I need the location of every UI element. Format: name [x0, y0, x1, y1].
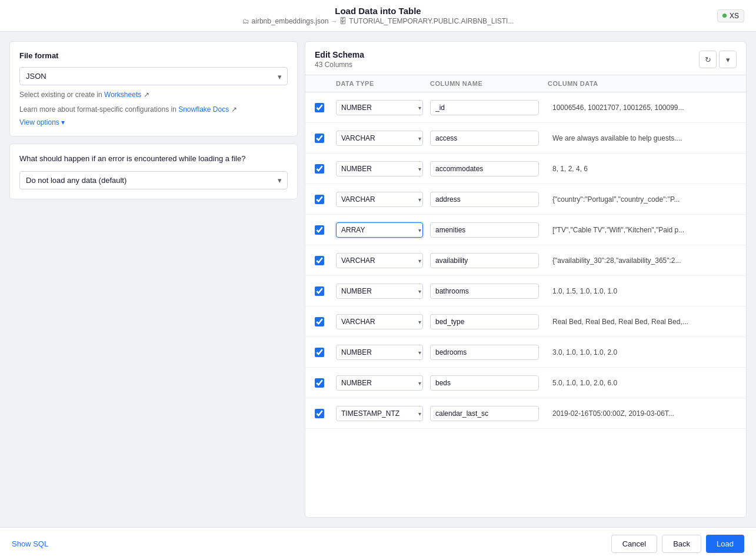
table-row: NUMBERVARCHARARRAYTIMESTAMP_NTZBOOLEANFL… — [305, 154, 746, 184]
column-name-header: COLUMN NAME — [430, 80, 548, 87]
snowflake-docs-helper: Learn more about format-specific configu… — [19, 105, 288, 115]
chevron-down-icon: ▾ — [61, 118, 65, 126]
checkbox-cell — [315, 348, 336, 357]
db-icon: 🗄 — [339, 17, 347, 25]
column-name-input[interactable] — [430, 406, 539, 421]
schema-header-info: Edit Schema 43 Columns — [315, 50, 364, 69]
back-button[interactable]: Back — [662, 535, 701, 553]
column-data: 8, 1, 2, 4, 6 — [548, 165, 737, 173]
column-data-header: COLUMN DATA — [548, 80, 737, 87]
column-data: We are always available to help guests..… — [548, 134, 737, 142]
column-name-input[interactable] — [430, 131, 539, 146]
column-name-input[interactable] — [430, 284, 539, 299]
header-subtitle: 🗂 airbnb_embeddings.json → 🗄 TUTORIAL_TE… — [242, 17, 514, 25]
type-select-wrapper: NUMBERVARCHARARRAYTIMESTAMP_NTZBOOLEANFL… — [336, 406, 425, 421]
row-checkbox[interactable] — [315, 256, 324, 265]
status-dot — [722, 14, 727, 18]
view-options-button[interactable]: View options ▾ — [19, 118, 65, 126]
type-select[interactable]: NUMBERVARCHARARRAYTIMESTAMP_NTZBOOLEANFL… — [336, 222, 423, 238]
type-select[interactable]: NUMBERVARCHARARRAYTIMESTAMP_NTZBOOLEANFL… — [336, 284, 423, 299]
checkbox-cell — [315, 409, 336, 418]
cancel-button[interactable]: Cancel — [611, 535, 657, 553]
checkbox-cell — [315, 256, 336, 265]
type-select[interactable]: NUMBERVARCHARARRAYTIMESTAMP_NTZBOOLEANFL… — [336, 253, 423, 268]
column-data: 5.0, 1.0, 1.0, 2.0, 6.0 — [548, 379, 737, 387]
type-select-wrapper: NUMBERVARCHARARRAYTIMESTAMP_NTZBOOLEANFL… — [336, 314, 425, 329]
table-row: NUMBERVARCHARARRAYTIMESTAMP_NTZBOOLEANFL… — [305, 368, 746, 398]
table-row: NUMBERVARCHARARRAYTIMESTAMP_NTZBOOLEANFL… — [305, 276, 746, 306]
right-panel: Edit Schema 43 Columns ↻ ▾ DATA TYPE COL… — [305, 41, 747, 518]
row-checkbox[interactable] — [315, 225, 324, 235]
row-checkbox[interactable] — [315, 164, 324, 174]
type-select-wrapper: NUMBERVARCHARARRAYTIMESTAMP_NTZBOOLEANFL… — [336, 161, 425, 176]
schema-actions: ↻ ▾ — [699, 51, 737, 68]
error-handling-select[interactable]: Do not load any data (default) Continue … — [19, 171, 288, 189]
badge-label: XS — [730, 12, 739, 20]
column-name-input[interactable] — [430, 222, 539, 238]
column-data: {"country":"Portugal","country_code":"P.… — [548, 195, 737, 204]
checkbox-cell — [315, 286, 336, 296]
table-row: NUMBERVARCHARARRAYTIMESTAMP_NTZBOOLEANFL… — [305, 337, 746, 368]
type-select[interactable]: NUMBERVARCHARARRAYTIMESTAMP_NTZBOOLEANFL… — [336, 100, 423, 115]
destination-table: TUTORIAL_TEMPORARY.PUBLIC.AIRBNB_LISTI..… — [349, 17, 514, 25]
column-name-input[interactable] — [430, 345, 539, 360]
rows-container: NUMBERVARCHARARRAYTIMESTAMP_NTZBOOLEANFL… — [305, 92, 746, 517]
file-format-select[interactable]: JSON CSV Parquet AVRO ORC XML — [19, 67, 288, 85]
type-select-wrapper: NUMBERVARCHARARRAYTIMESTAMP_NTZBOOLEANFL… — [336, 284, 425, 299]
load-button[interactable]: Load — [706, 535, 744, 553]
row-checkbox[interactable] — [315, 317, 324, 326]
column-name-input[interactable] — [430, 161, 539, 176]
checkbox-cell — [315, 134, 336, 143]
external-icon-2: ↗ — [231, 105, 237, 114]
data-type-header: DATA TYPE — [336, 80, 430, 87]
source-file: airbnb_embeddings.json — [252, 17, 329, 25]
type-select[interactable]: NUMBERVARCHARARRAYTIMESTAMP_NTZBOOLEANFL… — [336, 131, 423, 146]
error-card: What should happen if an error is encoun… — [9, 144, 298, 199]
type-select-wrapper: NUMBERVARCHARARRAYTIMESTAMP_NTZBOOLEANFL… — [336, 100, 425, 115]
type-select[interactable]: NUMBERVARCHARARRAYTIMESTAMP_NTZBOOLEANFL… — [336, 192, 423, 207]
row-checkbox[interactable] — [315, 378, 324, 388]
column-name-input[interactable] — [430, 375, 539, 391]
type-select[interactable]: NUMBERVARCHARARRAYTIMESTAMP_NTZBOOLEANFL… — [336, 314, 423, 329]
refresh-button[interactable]: ↻ — [699, 51, 717, 68]
worksheets-link[interactable]: Worksheets — [104, 91, 141, 99]
row-checkbox[interactable] — [315, 286, 324, 296]
type-select[interactable]: NUMBERVARCHARARRAYTIMESTAMP_NTZBOOLEANFL… — [336, 345, 423, 360]
file-icon: 🗂 — [242, 17, 249, 25]
table-row: NUMBERVARCHARARRAYTIMESTAMP_NTZBOOLEANFL… — [305, 398, 746, 429]
table-row: NUMBERVARCHARARRAYTIMESTAMP_NTZBOOLEANFL… — [305, 215, 746, 245]
column-data: 10006546, 10021707, 1001265, 100099... — [548, 104, 737, 112]
checkbox-cell — [315, 195, 336, 204]
row-checkbox[interactable] — [315, 134, 324, 143]
arrow-icon: → — [331, 18, 337, 25]
column-data: Real Bed, Real Bed, Real Bed, Real Bed,.… — [548, 318, 737, 326]
size-badge: XS — [717, 9, 744, 22]
column-name-input[interactable] — [430, 192, 539, 207]
column-data: {"availability_30":28,"availability_365"… — [548, 256, 737, 265]
row-checkbox[interactable] — [315, 409, 324, 418]
table-row: NUMBERVARCHARARRAYTIMESTAMP_NTZBOOLEANFL… — [305, 184, 746, 215]
show-sql-button[interactable]: Show SQL — [12, 539, 48, 548]
file-format-select-wrapper: JSON CSV Parquet AVRO ORC XML — [19, 67, 288, 85]
type-select[interactable]: NUMBERVARCHARARRAYTIMESTAMP_NTZBOOLEANFL… — [336, 375, 423, 391]
table-row: NUMBERVARCHARARRAYTIMESTAMP_NTZBOOLEANFL… — [305, 245, 746, 276]
snowflake-docs-link[interactable]: Snowflake Docs — [178, 105, 229, 114]
row-checkbox[interactable] — [315, 103, 324, 112]
row-checkbox[interactable] — [315, 348, 324, 357]
file-format-title: File format — [19, 51, 288, 60]
table-row: NUMBERVARCHARARRAYTIMESTAMP_NTZBOOLEANFL… — [305, 306, 746, 337]
checkbox-cell — [315, 103, 336, 112]
type-select[interactable]: NUMBERVARCHARARRAYTIMESTAMP_NTZBOOLEANFL… — [336, 406, 423, 421]
footer: Show SQL Cancel Back Load — [0, 527, 756, 560]
checkbox-cell — [315, 378, 336, 388]
checkbox-header — [315, 80, 336, 87]
row-checkbox[interactable] — [315, 195, 324, 204]
column-data: ["TV","Cable TV","Wifi","Kitchen","Paid … — [548, 226, 737, 234]
checkbox-cell — [315, 225, 336, 235]
expand-button[interactable]: ▾ — [719, 51, 737, 68]
column-name-input[interactable] — [430, 100, 539, 115]
column-name-input[interactable] — [430, 314, 539, 329]
column-name-input[interactable] — [430, 253, 539, 268]
type-select[interactable]: NUMBERVARCHARARRAYTIMESTAMP_NTZBOOLEANFL… — [336, 161, 423, 176]
worksheets-helper: Select existing or create in Worksheets … — [19, 90, 288, 100]
